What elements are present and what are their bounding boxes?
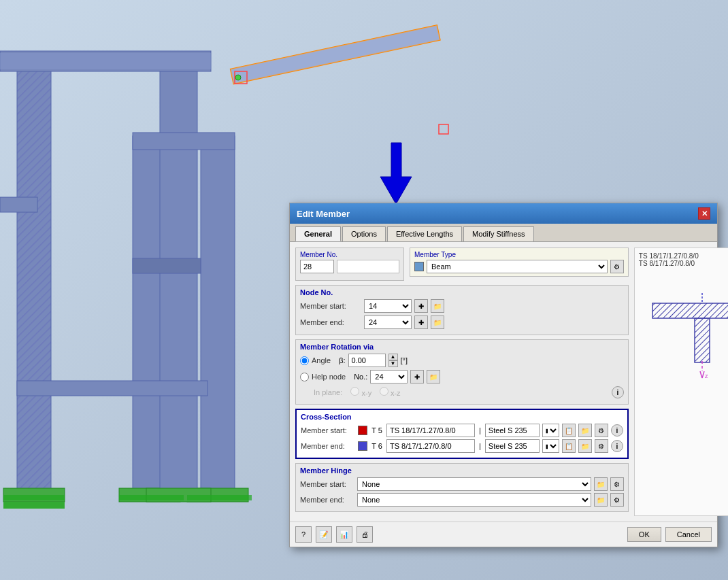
- svg-text:z: z: [705, 373, 708, 379]
- angle-up[interactable]: ▲: [388, 354, 398, 360]
- cs-start-color: [358, 426, 367, 435]
- data-btn[interactable]: 📊: [336, 526, 352, 543]
- angle-input[interactable]: [348, 354, 386, 367]
- cs-start-name-input[interactable]: [386, 424, 475, 437]
- close-button[interactable]: ✕: [698, 207, 710, 220]
- helpnode-radio[interactable]: [300, 373, 309, 381]
- member-start-row: Member start: 14 ✚ 📁: [300, 299, 624, 313]
- dialog-content: Member No. Member Type Beam ⚙: [290, 242, 717, 522]
- angle-spinner[interactable]: ▲ ▼: [388, 354, 398, 367]
- dialog-title: Edit Member: [297, 209, 350, 219]
- member-end-folder-btn[interactable]: 📁: [431, 315, 444, 329]
- cs-end-color: [358, 441, 367, 451]
- hinge-start-folder-btn[interactable]: 📁: [594, 477, 608, 491]
- member-start-select[interactable]: 14: [364, 299, 412, 313]
- cross-section-label: Cross-Section: [301, 413, 623, 421]
- xy-label: x-y: [362, 389, 372, 397]
- cancel-button[interactable]: Cancel: [665, 527, 712, 542]
- angle-label: Angle: [312, 356, 331, 364]
- cs-preview: TS 18/17/1.27/0.8/0 TS 8/17/1.27/0.8/0: [635, 248, 728, 388]
- member-end-select[interactable]: 24: [364, 315, 412, 329]
- tab-options[interactable]: Options: [342, 226, 386, 241]
- member-end-label: Member end:: [300, 318, 361, 326]
- cs-end-name-input[interactable]: [386, 439, 475, 453]
- svg-rect-23: [17, 381, 208, 396]
- dialog-tabs: General Options Effective Lengths Modify…: [290, 224, 717, 242]
- cs-start-combo[interactable]: ■: [542, 424, 559, 437]
- hinge-end-folder-btn[interactable]: 📁: [594, 493, 608, 507]
- cs-end-btn1[interactable]: 📋: [562, 439, 576, 453]
- cs-start-num: T 5: [370, 426, 384, 434]
- dialog-titlebar: Edit Member ✕: [290, 203, 717, 224]
- member-type-select[interactable]: Beam: [427, 260, 608, 273]
- member-end-pick-btn[interactable]: ✚: [414, 315, 428, 329]
- hinge-end-label: Member end:: [300, 496, 354, 504]
- hinge-end-edit-btn[interactable]: ⚙: [610, 493, 624, 507]
- svg-rect-24: [3, 495, 65, 500]
- member-hinge-group: Member Hinge Member start: None 📁 ⚙ Memb…: [295, 463, 629, 512]
- node-no-group: Node No. Member start: 14 ✚ 📁 Member end…: [295, 285, 629, 335]
- help-btn[interactable]: ?: [295, 526, 312, 543]
- print-btn[interactable]: 🖨: [357, 526, 373, 543]
- cs-start-label: Member start:: [301, 426, 355, 434]
- tab-general[interactable]: General: [295, 226, 341, 241]
- cs-end-info-btn[interactable]: i: [611, 440, 623, 452]
- cs-end-btn2[interactable]: 📁: [578, 439, 592, 453]
- member-no-label: Member No.: [300, 251, 399, 258]
- cs-end-combo[interactable]: ■: [542, 439, 559, 453]
- ok-button[interactable]: OK: [627, 527, 661, 542]
- angle-unit: [°]: [401, 356, 408, 364]
- cs-start-btn1[interactable]: 📋: [562, 424, 576, 437]
- svg-rect-15: [133, 258, 201, 273]
- cs-end-btn3[interactable]: ⚙: [595, 439, 608, 453]
- inplane-label: In plane:: [314, 388, 342, 396]
- no-label: No.:: [354, 373, 367, 381]
- cs-start-info-btn[interactable]: i: [611, 424, 623, 437]
- angle-radio[interactable]: [300, 356, 309, 365]
- svg-rect-10: [160, 61, 197, 496]
- cs-preview-diagram: y z: [639, 273, 728, 381]
- member-hinge-label: Member Hinge: [300, 466, 624, 475]
- member-no-input[interactable]: [300, 260, 334, 273]
- helpnode-select[interactable]: 24: [370, 370, 408, 383]
- hinge-start-label: Member start:: [300, 480, 354, 488]
- xz-label: x-z: [391, 389, 401, 397]
- hinge-start-edit-btn[interactable]: ⚙: [610, 477, 624, 491]
- edit-member-dialog: Edit Member ✕ General Options Effective …: [289, 203, 718, 547]
- hinge-end-row: Member end: None 📁 ⚙: [300, 493, 624, 507]
- tab-effective-lengths[interactable]: Effective Lengths: [387, 226, 462, 241]
- tab-modify-stiffness[interactable]: Modify Stiffness: [463, 226, 533, 241]
- hinge-start-select[interactable]: None: [357, 477, 591, 491]
- svg-point-20: [235, 75, 241, 80]
- member-start-pick-btn[interactable]: ✚: [414, 299, 428, 313]
- member-type-label: Member Type: [414, 251, 624, 258]
- member-type-edit-btn[interactable]: ⚙: [610, 260, 624, 273]
- notes-btn[interactable]: 📝: [316, 526, 332, 543]
- member-rotation-label: Member Rotation via: [300, 343, 624, 351]
- member-start-folder-btn[interactable]: 📁: [431, 299, 444, 313]
- member-no-visual: [337, 260, 399, 273]
- cs-start-btn2[interactable]: 📁: [578, 424, 592, 437]
- cs-end-material-input[interactable]: [485, 439, 540, 453]
- hinge-end-select[interactable]: None: [357, 493, 591, 507]
- hinge-start-row: Member start: None 📁 ⚙: [300, 477, 624, 491]
- member-type-color: [414, 262, 424, 271]
- helpnode-pick-btn[interactable]: ✚: [410, 370, 424, 383]
- svg-rect-13: [0, 53, 211, 69]
- helpnode-folder-btn[interactable]: 📁: [427, 370, 440, 383]
- member-no-and-type-row: Member No. Member Type Beam ⚙: [295, 248, 629, 281]
- inplane-info-btn[interactable]: i: [612, 386, 624, 398]
- node-no-label: Node No.: [300, 288, 624, 296]
- svg-rect-14: [133, 133, 235, 150]
- member-type-group: Member Type Beam ⚙: [410, 248, 629, 277]
- angle-row: Angle β: ▲ ▼ [°]: [300, 354, 624, 367]
- member-rotation-group: Member Rotation via Angle β: ▲ ▼ [°]: [295, 339, 629, 405]
- cs-start-btn3[interactable]: ⚙: [595, 424, 608, 437]
- angle-down[interactable]: ▼: [388, 360, 398, 367]
- preview-text1: TS 18/17/1.27/0.8/0: [639, 252, 728, 260]
- svg-rect-5: [3, 502, 65, 509]
- cs-start-material-input[interactable]: [485, 424, 540, 437]
- inplane-row: In plane: x-y x-z i: [300, 386, 624, 398]
- member-start-label: Member start:: [300, 302, 361, 310]
- svg-line-35: [700, 371, 702, 378]
